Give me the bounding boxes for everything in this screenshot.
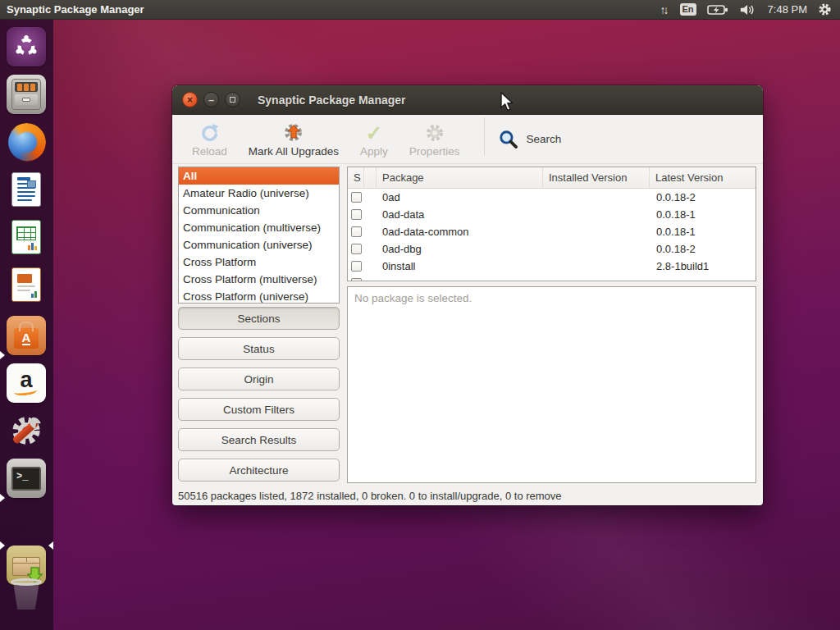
maximize-button[interactable]	[225, 92, 240, 107]
latest-version: 2.8-1build1	[650, 258, 756, 275]
section-item[interactable]: Cross Platform (multiverse)	[179, 271, 339, 288]
package-name: 0ad-data-common	[377, 223, 543, 240]
mark-all-upgrades-button[interactable]: Mark All Upgrades	[249, 121, 339, 158]
table-row[interactable]: 0ad-data0.0.18-1	[348, 206, 756, 223]
package-checkbox[interactable]	[351, 261, 362, 272]
ubuntu-logo-icon	[14, 34, 39, 59]
running-indicator-arrow	[0, 541, 5, 550]
filter-button-architecture[interactable]: Architecture	[178, 459, 340, 482]
launcher-icon-system-settings[interactable]	[7, 411, 46, 450]
installed-version	[543, 258, 650, 275]
sections-list[interactable]: AllAmateur Radio (universe)Communication…	[178, 167, 340, 304]
filter-buttons: SectionsStatusOriginCustom FiltersSearch…	[178, 307, 340, 482]
reload-icon	[199, 121, 220, 143]
section-item[interactable]: Amateur Radio (universe)	[179, 185, 339, 202]
section-item[interactable]: Cross Platform	[179, 253, 339, 271]
table-row[interactable]: 0ad-data-common0.0.18-1	[348, 223, 756, 240]
magnifier-icon	[498, 129, 518, 149]
installed-version	[543, 240, 650, 258]
synaptic-window: × – Synaptic Package Manager Reload Mark…	[172, 85, 763, 505]
table-row[interactable]: 0ad-dbg0.0.18-2	[348, 240, 756, 258]
column-header-spacer[interactable]	[364, 167, 377, 188]
session-gear-icon[interactable]	[818, 2, 832, 16]
search-button[interactable]: Search	[498, 129, 561, 149]
reload-button[interactable]: Reload	[192, 121, 227, 158]
launcher-icon-trash[interactable]	[7, 574, 46, 614]
package-checkbox[interactable]	[351, 226, 362, 237]
section-item[interactable]: Cross Platform (universe)	[179, 288, 339, 304]
gear-icon	[425, 121, 445, 143]
filter-button-custom-filters[interactable]: Custom Filters	[178, 398, 340, 421]
launcher-icon-dash[interactable]	[7, 27, 46, 66]
launcher-icon-firefox[interactable]	[7, 122, 46, 162]
filter-button-origin[interactable]: Origin	[178, 368, 340, 390]
table-row-partial	[348, 275, 756, 281]
launcher-icon-libreoffice-calc[interactable]	[7, 217, 46, 257]
column-header-latest-version[interactable]: Latest Version	[650, 167, 756, 188]
volume-icon[interactable]	[739, 3, 757, 16]
section-item[interactable]: Communication	[179, 202, 339, 219]
filter-button-sections[interactable]: Sections	[178, 307, 340, 330]
shopping-bag-icon: A	[14, 328, 39, 349]
window-title: Synaptic Package Manager	[258, 94, 406, 107]
column-header-package[interactable]: Package	[377, 167, 543, 188]
launcher-icon-libreoffice-impress[interactable]	[7, 265, 46, 304]
apply-button[interactable]: ✓ Apply	[360, 121, 388, 158]
details-pane[interactable]: No package is selected.	[347, 286, 756, 483]
package-checkbox[interactable]	[351, 209, 362, 220]
filter-button-search-results[interactable]: Search Results	[178, 428, 340, 451]
launcher-icon-file-manager[interactable]	[7, 75, 46, 114]
launcher-icon-libreoffice-writer[interactable]	[7, 170, 46, 209]
status-bar: 50516 packages listed, 1872 installed, 0…	[172, 486, 763, 505]
close-button[interactable]: ×	[182, 92, 198, 107]
table-row[interactable]: 0install2.8-1build1	[348, 258, 756, 275]
details-placeholder-text: No package is selected.	[354, 292, 472, 304]
installed-version	[543, 206, 650, 223]
column-header-installed-version[interactable]: Installed Version	[543, 167, 650, 188]
network-arrows-icon[interactable]: ↑↓	[660, 3, 669, 16]
terminal-prompt-icon: >_	[11, 467, 41, 491]
minimize-button[interactable]: –	[203, 92, 219, 107]
latest-version: 0.0.18-2	[650, 240, 756, 258]
launcher-icon-amazon[interactable]: a	[7, 363, 46, 403]
package-checkbox[interactable]	[351, 192, 362, 203]
installed-version	[543, 223, 650, 240]
column-header-status[interactable]: S	[348, 167, 364, 188]
calc-spreadsheet-icon	[11, 220, 41, 254]
section-item[interactable]: All	[179, 167, 339, 185]
package-name: 0ad	[377, 189, 543, 206]
window-titlebar[interactable]: × – Synaptic Package Manager	[172, 85, 763, 115]
running-indicator-arrow	[0, 351, 5, 359]
firefox-globe-icon	[8, 124, 45, 161]
package-name: 0ad-dbg	[377, 240, 543, 258]
properties-button[interactable]: Properties	[409, 121, 460, 158]
latest-version: 0.0.18-2	[650, 189, 756, 206]
table-row[interactable]: 0ad0.0.18-2	[348, 189, 756, 206]
table-header-row: S Package Installed Version Latest Versi…	[348, 167, 756, 189]
writer-document-icon	[11, 172, 41, 207]
running-indicator-arrow	[0, 494, 5, 502]
impress-presentation-icon	[11, 267, 41, 302]
filter-button-status[interactable]: Status	[178, 337, 340, 360]
panel-app-title: Synaptic Package Manager	[7, 3, 144, 16]
launcher-icon-ubuntu-software-center[interactable]: A	[7, 316, 46, 355]
keyboard-layout-badge[interactable]: En	[680, 3, 696, 16]
latest-version: 0.0.18-1	[650, 206, 756, 223]
clock[interactable]: 7:48 PM	[768, 3, 807, 16]
file-cabinet-icon	[11, 79, 41, 110]
package-table-body: 0ad0.0.18-20ad-data0.0.18-10ad-data-comm…	[348, 189, 756, 281]
toolbar: Reload Mark All Upgrades ✓ Apply Propert…	[172, 115, 763, 164]
package-name: 0install	[377, 258, 543, 275]
unity-launcher: A a >_	[0, 20, 53, 630]
toolbar-separator	[484, 117, 485, 155]
status-text: 50516 packages listed, 1872 installed, 0…	[178, 490, 562, 502]
battery-charging-icon[interactable]	[707, 4, 728, 16]
latest-version: 0.0.18-1	[650, 223, 756, 240]
section-item[interactable]: Communication (universe)	[179, 236, 339, 253]
package-checkbox[interactable]	[351, 244, 362, 254]
section-item[interactable]: Communication (multiverse)	[179, 219, 339, 236]
package-name: 0ad-data	[377, 206, 543, 223]
gear-up-arrow-icon	[283, 121, 304, 143]
package-table[interactable]: S Package Installed Version Latest Versi…	[347, 167, 756, 281]
launcher-icon-terminal[interactable]: >_	[7, 459, 46, 498]
